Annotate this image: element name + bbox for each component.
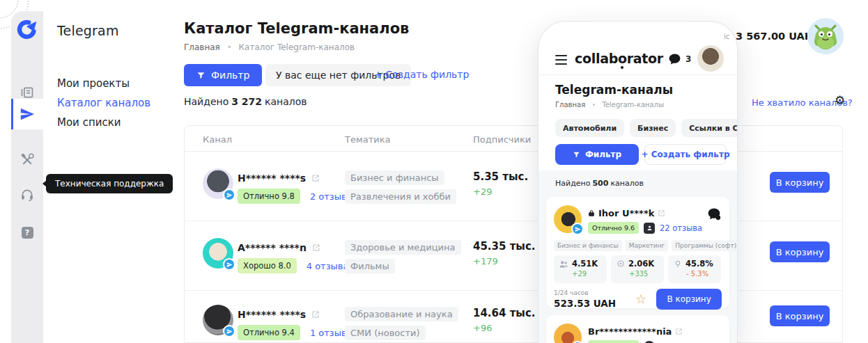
add-to-cart-button[interactable]: В корзину [770,305,830,326]
sidebar-item-channel-catalog[interactable]: Каталог каналов [57,97,150,109]
brand-text: rator [627,51,663,66]
stat-delta: +335 [629,270,664,278]
projects-icon[interactable] [11,81,43,104]
channel-name[interactable]: H****** ****s [238,309,306,320]
channel-name[interactable]: H****** ****s [238,173,306,184]
found-suffix: каналов [265,96,307,107]
external-link-icon[interactable] [311,310,320,319]
favorite-star-icon[interactable]: ☆ [635,293,646,305]
hamburger-menu-icon[interactable] [555,55,567,67]
funnel-icon [196,71,206,80]
column-topic: Тематика [345,134,391,145]
phone-channel-card: Ihor U****k Отлично 9.6 22 отзыва Бизнес… [546,197,729,308]
topic-chip: Здоровье и медицина [345,240,461,255]
reviews-link[interactable]: 22 отзыва [660,223,702,233]
column-subscribers: Подписчики [473,134,531,145]
table-row: H****** ****s Отлично 9.4 1 отзыв Образо… [185,291,842,343]
add-to-cart-button[interactable]: В корзину [770,172,830,193]
found-count: 500 [592,179,608,188]
external-link-icon[interactable] [658,209,665,217]
channel-name[interactable]: Br************nia [588,326,672,337]
stat-value: 4.51K [572,259,598,269]
brand-text: collab [575,51,618,66]
page-title: Каталог Telegram-каналов [184,20,409,37]
chip-usa-links[interactable]: Ссылки в США [681,119,738,137]
telegram-badge-icon [223,325,235,337]
breadcrumb-separator: • [227,42,232,52]
subscribers-delta: +96 [473,323,536,333]
target-icon [644,341,655,343]
channel-name[interactable]: Ihor U****k [598,208,654,218]
chat-button[interactable]: 3 [668,52,691,65]
breadcrumb-home[interactable]: Главная [555,101,585,109]
breadcrumb-home[interactable]: Главная [184,42,220,52]
column-channel: Канал [203,134,232,145]
er-bulb-icon [674,260,682,268]
phone-found-line: Найдено500каналов [555,179,644,188]
brand-o-mark: o [618,51,627,66]
stat-value: 2.06K [628,259,654,269]
subscribers-delta: +29 [473,186,528,197]
phone-header: collaborator 3 [538,22,737,74]
external-link-icon[interactable] [675,328,683,335]
sidebar-brand: Telegram [57,23,119,38]
price-value: 523.53 UAH [554,298,616,309]
subscribers-icon [559,260,568,268]
rating-badge: Отлично 9.8 [238,189,300,204]
stat-delta: +29 [572,270,607,278]
add-to-cart-button[interactable]: В корзину [770,241,830,262]
external-link-icon[interactable] [312,244,320,252]
channel-avatar [554,324,582,343]
telegram-catalog-icon[interactable] [11,102,43,126]
create-filter-link[interactable]: + Создать фильтр [374,69,469,80]
help-icon[interactable]: ? [11,221,43,244]
user-avatar[interactable] [697,45,724,72]
balance-amount: 3 567.00 UAH [736,31,813,42]
tools-icon[interactable] [11,148,43,172]
table-row: A****** ****n Хорошо 8.0 4 отзыва Здоров… [185,221,842,291]
phone-filter-label: Фильтр [585,150,621,159]
phone-filter-chips: Автомобили Бизнес Ссылки в США [555,119,738,137]
support-headset-icon[interactable] [11,183,43,207]
table-header: Канал Тематика Подписчики [185,126,842,152]
reviews-link[interactable]: 1 отзыв [310,328,347,338]
stat-subscribers: 4.51K +29 [554,255,607,283]
breadcrumb-separator: • [591,101,596,109]
collaborator-logo-icon[interactable] [15,18,38,40]
channel-name[interactable]: A****** ****n [238,242,307,253]
gear-icon[interactable]: ⚙ [835,93,845,107]
breadcrumb: Главная • Каталог Telegram-каналов [184,42,355,52]
rating-badge: Хорошо 8.0 [238,258,297,273]
topic-chip: Развлечения и хобби [345,189,456,204]
chip-auto[interactable]: Автомобили [555,119,624,137]
phone-channel-card: Br************nia Отлично 9.8 18 отзывов [546,315,729,343]
subscribers-value: 5.35 тыс. [473,170,528,183]
stat-views: 2.06K +335 [611,255,664,283]
topic-chip: Бизнес и финансы [554,240,622,251]
topic-chip: Образование и наука [345,307,458,321]
subscribers-value: 14.64 тыс. [473,307,536,319]
breadcrumb-current: Telegram-каналы [602,101,664,109]
reviews-link[interactable]: 4 отзыва [307,261,349,271]
phone-brand-logo: collaborator [575,51,663,66]
lock-icon [588,209,595,217]
filter-button-label: Фильтр [211,70,249,81]
add-to-cart-button[interactable]: В корзину [656,289,722,310]
sidebar-item-my-lists[interactable]: Мои списки [57,116,121,129]
funnel-icon [573,151,580,159]
chat-bubble-icon[interactable] [707,207,721,221]
external-link-icon[interactable] [311,174,320,182]
phone-create-filter-button[interactable]: + Создать фильтр [644,144,727,165]
telegram-badge-icon [223,258,235,271]
chip-business[interactable]: Бизнес [630,119,676,137]
sidebar-item-my-projects[interactable]: Мои проекты [57,77,130,90]
phone-filter-button[interactable]: Фильтр [555,144,639,165]
filter-button[interactable]: Фильтр [184,64,262,86]
telegram-badge-icon [223,189,235,201]
help-glyph: ? [22,227,33,239]
topic-chip: Программы (софт) [672,240,738,251]
topic-chip: Бизнес и финансы [345,170,444,185]
rating-badge: Отлично 9.6 [588,222,639,234]
subscribers-delta: +179 [473,256,536,266]
found-suffix: каналов [610,179,644,188]
